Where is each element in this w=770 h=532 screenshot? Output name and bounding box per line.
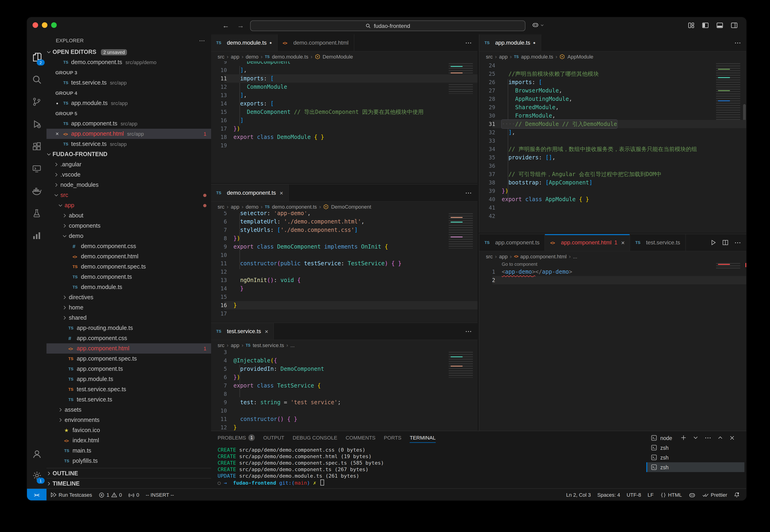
tree-folder-src[interactable]: src [46,190,211,200]
tree-file-demo.component.ts[interactable]: TSdemo.component.ts [46,272,211,282]
customize-layout-icon[interactable] [688,22,695,29]
status-encoding[interactable]: UTF-8 [624,489,644,500]
status-copilot[interactable] [686,489,698,500]
tree-file-index.html[interactable]: <>index.html [46,435,211,446]
terminal-instance-zsh-3[interactable]: zsh [646,462,744,472]
open-editor-app.component.ts[interactable]: TSapp.component.tssrc/app [46,118,211,129]
tree-folder-about[interactable]: about [46,210,211,221]
panel-tab-terminal[interactable]: TERMINAL [410,431,435,444]
open-editor-test.service.ts[interactable]: TStest.service.tssrc/app [46,78,211,88]
tab-demo.component.ts[interactable]: TSdemo.component.ts× [211,184,289,201]
window-zoom-button[interactable] [51,22,57,28]
activity-extensions[interactable] [27,137,46,156]
status-remote[interactable]: >< [27,489,46,500]
command-center-search[interactable]: fudao-frontend [250,20,525,31]
tree-file-test.service.spec.ts[interactable]: TStest.service.spec.ts [46,384,211,394]
tab-app.module.ts[interactable]: TSapp.module.ts● [479,34,541,51]
status-ports-forwarded[interactable]: 0 [125,489,142,500]
tree-file-app-routing.module.ts[interactable]: TSapp-routing.module.ts [46,323,211,333]
copilot-menu[interactable] [532,21,544,28]
close-icon[interactable]: × [265,328,268,335]
outline-section[interactable]: OUTLINE [46,468,211,479]
more-actions-icon[interactable] [465,189,472,196]
terminal-instance-zsh-1[interactable]: zsh [646,443,744,453]
more-actions-icon[interactable] [734,39,741,46]
terminal-output[interactable]: CREATE src/app/demo/demo.component.css (… [218,447,384,486]
activity-testing[interactable] [27,204,46,223]
activity-docker[interactable] [27,182,46,200]
breadcrumb[interactable]: src›app›<>app.component.html›... [479,251,746,262]
tree-folder-.vscode[interactable]: .vscode [46,170,211,180]
navigate-forward-icon[interactable]: → [237,21,244,30]
tab-demo.module.ts[interactable]: TSdemo.module.ts● [211,34,278,51]
breadcrumb[interactable]: src›app›TStest.service.ts›... [211,340,477,350]
activity-settings[interactable]: 1 [27,466,46,485]
tab-test.service.ts[interactable]: TStest.service.ts× [211,323,274,340]
panel-tab-problems[interactable]: PROBLEMS1 [218,431,255,444]
explorer-more-actions-icon[interactable]: ⋯ [199,37,206,44]
tree-folder-assets[interactable]: assets [46,405,211,415]
more-actions-icon[interactable] [465,39,472,46]
tree-folder-app[interactable]: app [46,200,211,210]
tree-file-demo.component.css[interactable]: #demo.component.css [46,241,211,251]
tree-file-main.ts[interactable]: TSmain.ts [46,446,211,456]
tree-file-demo.component.spec.ts[interactable]: TSdemo.component.spec.ts [46,262,211,272]
activity-accounts[interactable] [27,445,46,463]
activity-search[interactable] [27,70,46,89]
code-area[interactable]: Go to component1<app-demo></app-demo>2 [479,261,746,431]
tree-file-demo.module.ts[interactable]: TSdemo.module.ts [46,282,211,292]
open-editor-app.component.html[interactable]: ×<>app.component.htmlsrc/app1 [46,129,211,139]
tree-folder-components[interactable]: components [46,221,211,231]
breadcrumb[interactable]: src›app›demo›TSdemo.module.ts›DemoModule [211,52,477,62]
toggle-sidebar-icon[interactable] [702,22,709,29]
panel-tab-comments[interactable]: COMMENTS [346,431,375,444]
activity-explorer[interactable]: 2 [27,48,46,66]
tree-folder-demo[interactable]: demo [46,231,211,241]
code-area[interactable]: 2425 //声明当前模块依赖了哪些其他模块26 imports: [27 Br… [479,61,746,233]
tree-file-test.service.ts[interactable]: TStest.service.ts [46,394,211,405]
panel-tab-output[interactable]: OUTPUT [263,431,284,444]
status-problems[interactable]: 10 [96,489,125,500]
terminal-instance-node-0[interactable]: node [646,433,744,443]
activity-run-debug[interactable] [27,115,46,133]
status-run-testcases[interactable]: Run Testcases [47,489,95,500]
close-icon[interactable]: × [621,239,625,246]
open-editor-test.service.ts[interactable]: TStest.service.tssrc/app [46,139,211,149]
open-editor-demo.component.ts[interactable]: TSdemo.component.tssrc/app/demo [46,57,211,67]
status-eol[interactable]: LF [645,489,656,500]
tree-folder-environments[interactable]: environments [46,415,211,425]
code-area[interactable]: 5 selector: 'app-demo',6 templateUrl: '.… [211,211,477,322]
split-editor-icon[interactable] [722,239,729,246]
close-icon[interactable]: × [280,189,283,196]
toggle-secondary-sidebar-icon[interactable] [731,22,738,29]
project-root-header[interactable]: FUDAO-FRONTEND [46,149,211,159]
close-icon[interactable]: × [54,131,60,137]
status-language-mode[interactable]: HTML [657,489,685,500]
breadcrumb[interactable]: src›app›TSapp.module.ts›AppModule [479,52,746,62]
tree-folder-home[interactable]: home [46,302,211,313]
more-actions-icon[interactable] [734,239,741,246]
tab-app.component.html[interactable]: <>app.component.html1× [545,234,630,251]
activity-source-control[interactable] [27,92,46,111]
status-cursor-position[interactable]: Ln 2, Col 3 [563,489,594,500]
tab-demo.component.html[interactable]: <>demo.component.html [278,34,354,51]
tree-folder-node_modules[interactable]: node_modules [46,180,211,190]
status-indentation[interactable]: Spaces: 4 [595,489,623,500]
breadcrumb[interactable]: src›app›demo›TSdemo.component.ts›DemoCom… [211,202,477,212]
tree-file-favicon.ico[interactable]: ★favicon.ico [46,425,211,435]
terminal-instance-zsh-2[interactable]: zsh [646,453,744,462]
code-area[interactable]: 34@Injectable({5 providedIn: DemoCompone… [211,350,477,431]
codelens-link[interactable]: Go to component [479,261,746,268]
status-formatter[interactable]: Prettier [699,489,730,500]
tab-app.component.ts[interactable]: TSapp.component.ts [479,234,545,251]
tree-file-app.component.css[interactable]: #app.component.css [46,333,211,343]
toggle-panel-icon[interactable] [716,22,724,29]
tree-folder-.angular[interactable]: .angular [46,159,211,170]
tree-file-demo.component.html[interactable]: <>demo.component.html [46,251,211,262]
tree-file-app.module.ts[interactable]: TSapp.module.ts [46,374,211,384]
tab-test.service.ts[interactable]: TStest.service.ts [630,234,686,251]
panel-tab-debug-console[interactable]: DEBUG CONSOLE [293,431,337,444]
code-area[interactable]: 9 DemoComponent10 ],11 imports: [12 Comm… [211,61,477,183]
open-editors-header[interactable]: OPEN EDITORS2 unsaved [46,47,211,57]
activity-profiler[interactable] [27,226,46,245]
